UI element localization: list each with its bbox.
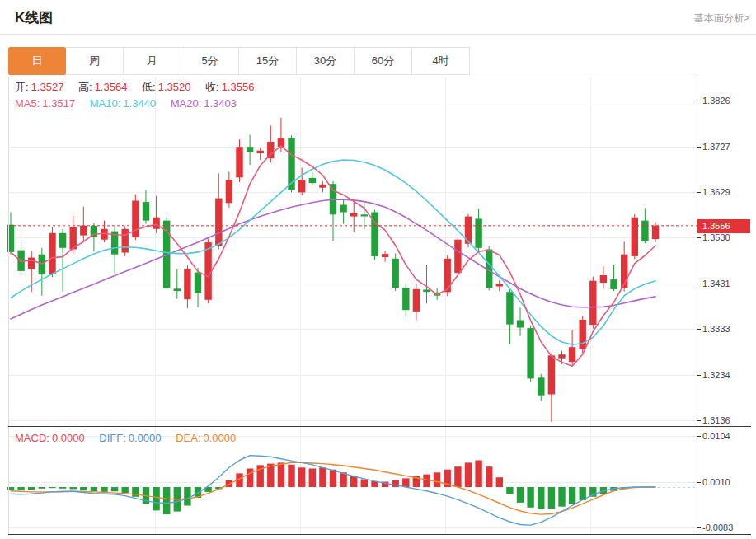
tab-15min[interactable]: 15分	[239, 47, 297, 75]
tab-week[interactable]: 周	[66, 47, 124, 75]
y-axis-label: 0.0104	[702, 431, 730, 441]
dea-value: 0.0000	[204, 432, 237, 444]
y-axis-label: 0.0010	[702, 477, 730, 487]
low-label: 低:	[142, 81, 156, 93]
dea-label: DEA:	[176, 432, 200, 444]
ma10-label: MA10:	[90, 97, 121, 110]
tab-day[interactable]: 日	[8, 47, 66, 75]
kline-page: { "header": { "title": "K线图", "link": "基…	[0, 0, 756, 539]
ma20-label: MA20:	[171, 97, 202, 110]
ma5-value: 1.3517	[42, 97, 75, 110]
tab-30min[interactable]: 30分	[297, 47, 355, 75]
y-axis-label: 1.3629	[702, 187, 730, 197]
ma20-value: 1.3403	[204, 97, 237, 110]
tab-60min[interactable]: 60分	[355, 47, 412, 75]
close-label: 收:	[205, 81, 219, 93]
macd-value: 0.0000	[52, 432, 85, 444]
fundamental-analysis-link[interactable]: 基本面分析>	[694, 12, 749, 26]
page-title: K线图	[15, 8, 53, 27]
macd-legend: MACD:0.0000 DIFF:0.0000 DEA:0.0000	[15, 432, 247, 444]
chart-canvas[interactable]: 开:1.3527 高:1.3564 低:1.3520 收:1.3556 MA5:…	[0, 77, 756, 539]
diff-value: 0.0000	[129, 432, 162, 444]
y-axis-label: 1.3333	[702, 324, 730, 334]
y-axis-label: 1.3431	[702, 279, 730, 288]
tab-4hour[interactable]: 4时	[412, 47, 470, 75]
header-divider	[0, 34, 756, 35]
open-value: 1.3527	[31, 81, 64, 93]
tab-5min[interactable]: 5分	[181, 47, 239, 75]
close-value: 1.3556	[222, 81, 255, 93]
open-label: 开:	[15, 81, 29, 93]
ma-legend: MA5:1.3517 MA10:1.3440 MA20:1.3403	[15, 97, 248, 110]
tab-month[interactable]: 月	[124, 47, 181, 75]
chart-svg	[0, 77, 756, 539]
diff-label: DIFF:	[99, 432, 126, 444]
ma5-label: MA5:	[15, 97, 40, 110]
y-axis-label: 1.3826	[702, 96, 730, 105]
y-axis-label: 1.3530	[702, 232, 730, 242]
ma10-value: 1.3440	[123, 97, 156, 110]
last-price-tag: 1.3556	[697, 219, 750, 233]
y-axis-label: 1.3234	[702, 370, 730, 380]
interval-tabs: 日 周 月 5分 15分 30分 60分 4时	[8, 47, 470, 75]
low-value: 1.3520	[158, 81, 191, 93]
macd-label: MACD:	[15, 432, 49, 444]
y-axis-label: -0.0083	[702, 523, 733, 532]
y-axis-label: 1.3727	[702, 142, 730, 152]
ohlc-legend: 开:1.3527 高:1.3564 低:1.3520 收:1.3556	[15, 80, 265, 95]
high-label: 高:	[78, 81, 92, 93]
y-axis-label: 1.3136	[702, 415, 730, 425]
high-value: 1.3564	[95, 81, 128, 93]
